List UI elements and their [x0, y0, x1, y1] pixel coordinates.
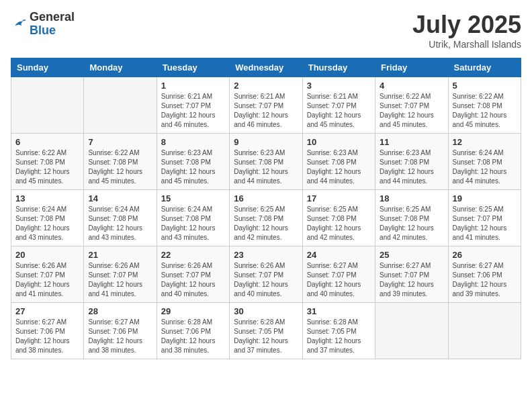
weekday-header: Tuesday	[157, 58, 229, 77]
day-detail: Sunrise: 6:21 AM Sunset: 7:07 PM Dayligh…	[234, 92, 298, 130]
day-detail: Sunrise: 6:25 AM Sunset: 7:08 PM Dayligh…	[307, 205, 371, 242]
day-detail: Sunrise: 6:21 AM Sunset: 7:07 PM Dayligh…	[161, 92, 225, 130]
day-number: 3	[307, 81, 371, 91]
calendar-cell: 12Sunrise: 6:24 AM Sunset: 7:08 PM Dayli…	[448, 134, 521, 190]
day-detail: Sunrise: 6:25 AM Sunset: 7:08 PM Dayligh…	[380, 205, 443, 242]
day-detail: Sunrise: 6:23 AM Sunset: 7:08 PM Dayligh…	[307, 148, 371, 186]
calendar-cell: 18Sunrise: 6:25 AM Sunset: 7:08 PM Dayli…	[375, 190, 448, 246]
logo-bird-icon	[11, 16, 27, 32]
day-number: 26	[453, 250, 517, 260]
day-number: 22	[161, 250, 225, 260]
day-number: 16	[234, 193, 298, 203]
day-number: 18	[380, 193, 443, 203]
calendar-cell: 25Sunrise: 6:27 AM Sunset: 7:07 PM Dayli…	[375, 246, 448, 303]
calendar-week-row: 20Sunrise: 6:26 AM Sunset: 7:07 PM Dayli…	[11, 246, 521, 303]
day-detail: Sunrise: 6:26 AM Sunset: 7:07 PM Dayligh…	[234, 261, 298, 299]
day-detail: Sunrise: 6:21 AM Sunset: 7:07 PM Dayligh…	[307, 92, 371, 130]
day-number: 28	[88, 306, 152, 316]
day-detail: Sunrise: 6:28 AM Sunset: 7:05 PM Dayligh…	[234, 318, 298, 355]
day-number: 27	[15, 306, 79, 316]
calendar-week-row: 13Sunrise: 6:24 AM Sunset: 7:08 PM Dayli…	[11, 190, 521, 246]
day-number: 5	[453, 81, 517, 91]
page-header: General Blue July 2025 Utrik, Marshall I…	[11, 11, 521, 50]
day-detail: Sunrise: 6:22 AM Sunset: 7:08 PM Dayligh…	[88, 148, 152, 186]
day-number: 23	[234, 250, 298, 260]
title-block: July 2025 Utrik, Marshall Islands	[412, 11, 521, 50]
calendar-cell	[84, 77, 157, 134]
calendar-cell: 11Sunrise: 6:23 AM Sunset: 7:08 PM Dayli…	[375, 134, 448, 190]
weekday-header: Wednesday	[230, 58, 302, 77]
day-detail: Sunrise: 6:24 AM Sunset: 7:08 PM Dayligh…	[453, 148, 517, 186]
day-number: 20	[15, 250, 79, 260]
calendar-cell: 30Sunrise: 6:28 AM Sunset: 7:05 PM Dayli…	[230, 303, 302, 359]
calendar-cell: 9Sunrise: 6:23 AM Sunset: 7:08 PM Daylig…	[230, 134, 302, 190]
day-detail: Sunrise: 6:26 AM Sunset: 7:07 PM Dayligh…	[161, 261, 225, 299]
weekday-header-row: SundayMondayTuesdayWednesdayThursdayFrid…	[11, 58, 521, 77]
calendar-cell: 14Sunrise: 6:24 AM Sunset: 7:08 PM Dayli…	[84, 190, 157, 246]
day-detail: Sunrise: 6:23 AM Sunset: 7:08 PM Dayligh…	[380, 148, 443, 186]
day-number: 13	[15, 193, 79, 203]
day-number: 15	[161, 193, 225, 203]
day-number: 21	[88, 250, 152, 260]
calendar-cell: 13Sunrise: 6:24 AM Sunset: 7:08 PM Dayli…	[11, 190, 84, 246]
calendar-cell	[448, 303, 521, 359]
day-number: 24	[307, 250, 371, 260]
calendar-cell: 8Sunrise: 6:23 AM Sunset: 7:08 PM Daylig…	[157, 134, 229, 190]
calendar-cell: 24Sunrise: 6:27 AM Sunset: 7:07 PM Dayli…	[302, 246, 375, 303]
weekday-header: Friday	[375, 58, 448, 77]
calendar-cell: 10Sunrise: 6:23 AM Sunset: 7:08 PM Dayli…	[302, 134, 375, 190]
day-number: 2	[234, 81, 298, 91]
day-number: 8	[161, 137, 225, 147]
day-number: 30	[234, 306, 298, 316]
weekday-header: Thursday	[302, 58, 375, 77]
day-number: 12	[453, 137, 517, 147]
calendar-cell: 16Sunrise: 6:25 AM Sunset: 7:08 PM Dayli…	[230, 190, 302, 246]
calendar-cell: 19Sunrise: 6:25 AM Sunset: 7:07 PM Dayli…	[448, 190, 521, 246]
day-detail: Sunrise: 6:28 AM Sunset: 7:06 PM Dayligh…	[161, 318, 225, 355]
logo: General Blue	[11, 11, 75, 38]
calendar-cell	[11, 77, 84, 134]
day-detail: Sunrise: 6:27 AM Sunset: 7:06 PM Dayligh…	[88, 318, 152, 355]
day-detail: Sunrise: 6:22 AM Sunset: 7:07 PM Dayligh…	[380, 92, 443, 130]
day-number: 25	[380, 250, 443, 260]
day-number: 4	[380, 81, 443, 91]
day-detail: Sunrise: 6:25 AM Sunset: 7:07 PM Dayligh…	[453, 205, 517, 242]
calendar-cell: 15Sunrise: 6:24 AM Sunset: 7:08 PM Dayli…	[157, 190, 229, 246]
day-number: 17	[307, 193, 371, 203]
day-detail: Sunrise: 6:27 AM Sunset: 7:06 PM Dayligh…	[453, 261, 517, 299]
location: Utrik, Marshall Islands	[412, 39, 521, 50]
day-number: 19	[453, 193, 517, 203]
logo-text: General Blue	[30, 11, 75, 38]
day-number: 29	[161, 306, 225, 316]
day-detail: Sunrise: 6:27 AM Sunset: 7:07 PM Dayligh…	[380, 261, 443, 299]
day-detail: Sunrise: 6:24 AM Sunset: 7:08 PM Dayligh…	[88, 205, 152, 242]
weekday-header: Monday	[84, 58, 157, 77]
day-detail: Sunrise: 6:25 AM Sunset: 7:08 PM Dayligh…	[234, 205, 298, 242]
day-number: 31	[307, 306, 371, 316]
day-detail: Sunrise: 6:22 AM Sunset: 7:08 PM Dayligh…	[453, 92, 517, 130]
month-title: July 2025	[412, 11, 521, 39]
calendar-cell: 27Sunrise: 6:27 AM Sunset: 7:06 PM Dayli…	[11, 303, 84, 359]
calendar-table: SundayMondayTuesdayWednesdayThursdayFrid…	[11, 58, 521, 359]
calendar-cell: 5Sunrise: 6:22 AM Sunset: 7:08 PM Daylig…	[448, 77, 521, 134]
calendar-cell: 20Sunrise: 6:26 AM Sunset: 7:07 PM Dayli…	[11, 246, 84, 303]
day-detail: Sunrise: 6:28 AM Sunset: 7:05 PM Dayligh…	[307, 318, 371, 355]
day-detail: Sunrise: 6:26 AM Sunset: 7:07 PM Dayligh…	[15, 261, 79, 299]
calendar-cell: 7Sunrise: 6:22 AM Sunset: 7:08 PM Daylig…	[84, 134, 157, 190]
calendar-cell: 26Sunrise: 6:27 AM Sunset: 7:06 PM Dayli…	[448, 246, 521, 303]
calendar-cell: 29Sunrise: 6:28 AM Sunset: 7:06 PM Dayli…	[157, 303, 229, 359]
calendar-cell: 22Sunrise: 6:26 AM Sunset: 7:07 PM Dayli…	[157, 246, 229, 303]
calendar-cell	[375, 303, 448, 359]
day-detail: Sunrise: 6:24 AM Sunset: 7:08 PM Dayligh…	[15, 205, 79, 242]
calendar-cell: 21Sunrise: 6:26 AM Sunset: 7:07 PM Dayli…	[84, 246, 157, 303]
day-number: 10	[307, 137, 371, 147]
calendar-cell: 28Sunrise: 6:27 AM Sunset: 7:06 PM Dayli…	[84, 303, 157, 359]
day-number: 6	[15, 137, 79, 147]
day-detail: Sunrise: 6:26 AM Sunset: 7:07 PM Dayligh…	[88, 261, 152, 299]
calendar-cell: 6Sunrise: 6:22 AM Sunset: 7:08 PM Daylig…	[11, 134, 84, 190]
weekday-header: Sunday	[11, 58, 84, 77]
day-number: 1	[161, 81, 225, 91]
day-detail: Sunrise: 6:24 AM Sunset: 7:08 PM Dayligh…	[161, 205, 225, 242]
day-number: 7	[88, 137, 152, 147]
day-number: 14	[88, 193, 152, 203]
